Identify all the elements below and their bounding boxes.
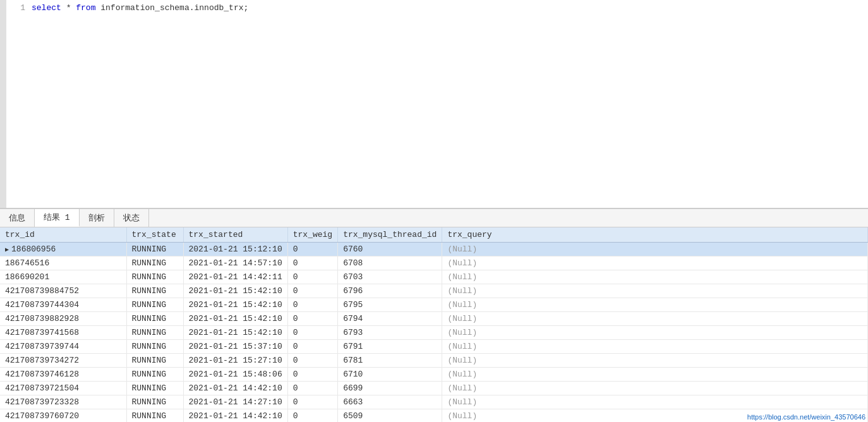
col-header-trx-weight: trx_weig — [287, 227, 337, 243]
editor-content: 1 select * from information_schema.innod… — [6, 3, 868, 13]
cell-thread-id: 6793 — [338, 326, 442, 340]
cell-trx-query: (Null) — [442, 354, 868, 368]
cell-thread-id: 6703 — [338, 270, 442, 284]
cell-trx-state: RUNNING — [126, 368, 183, 382]
table-row[interactable]: 421708739744304RUNNING2021-01-21 15:42:1… — [0, 298, 868, 312]
cell-trx-weight: 0 — [287, 354, 337, 368]
cell-trx-id: 421708739746128 — [0, 368, 126, 382]
cell-trx-query: (Null) — [442, 368, 868, 382]
cell-trx-id: 421708739760720 — [0, 409, 126, 423]
cell-trx-started: 2021-01-21 15:48:06 — [183, 368, 287, 382]
cell-thread-id: 6699 — [338, 382, 442, 395]
cell-trx-state: RUNNING — [126, 340, 183, 354]
cell-trx-query: (Null) — [442, 382, 868, 395]
cell-trx-started: 2021-01-21 15:42:10 — [183, 326, 287, 340]
keyword-from: from — [76, 3, 95, 13]
sql-editor[interactable]: 1 select * from information_schema.innod… — [0, 0, 868, 208]
tab-status[interactable]: 状态 — [114, 209, 149, 227]
cell-trx-state: RUNNING — [126, 395, 183, 409]
cell-thread-id: 6781 — [338, 354, 442, 368]
cell-trx-weight: 0 — [287, 368, 337, 382]
cell-trx-state: RUNNING — [126, 270, 183, 284]
cell-trx-weight: 0 — [287, 256, 337, 270]
table-row[interactable]: 421708739741568RUNNING2021-01-21 15:42:1… — [0, 326, 868, 340]
cell-trx-started: 2021-01-21 14:57:10 — [183, 256, 287, 270]
col-header-thread-id: trx_mysql_thread_id — [338, 227, 442, 243]
cell-trx-id: ▶186806956 — [0, 243, 126, 256]
cell-trx-id: 421708739739744 — [0, 340, 126, 354]
col-header-trx-id: trx_id — [0, 227, 126, 243]
cell-thread-id: 6708 — [338, 256, 442, 270]
table-row[interactable]: 421708739884752RUNNING2021-01-21 15:42:1… — [0, 284, 868, 298]
results-area: trx_id trx_state trx_started trx_weig tr… — [0, 227, 868, 422]
cell-trx-started: 2021-01-21 14:42:11 — [183, 270, 287, 284]
cell-trx-weight: 0 — [287, 298, 337, 312]
line-number-1: 1 — [6, 3, 32, 13]
cell-trx-state: RUNNING — [126, 298, 183, 312]
cell-trx-state: RUNNING — [126, 284, 183, 298]
cell-trx-query: (Null) — [442, 340, 868, 354]
cell-thread-id: 6509 — [338, 409, 442, 423]
sql-table-ref: information_schema.innodb_trx; — [100, 3, 248, 13]
cell-thread-id: 6663 — [338, 395, 442, 409]
cell-trx-query: (Null) — [442, 312, 868, 326]
cell-trx-started: 2021-01-21 14:42:10 — [183, 382, 287, 395]
table-header: trx_id trx_state trx_started trx_weig tr… — [0, 227, 868, 243]
cell-trx-weight: 0 — [287, 409, 337, 423]
cell-trx-id: 421708739723328 — [0, 395, 126, 409]
tab-results[interactable]: 结果 1 — [35, 209, 80, 227]
cell-trx-query: (Null) — [442, 256, 868, 270]
cell-thread-id: 6794 — [338, 312, 442, 326]
cell-trx-id: 421708739721504 — [0, 382, 126, 395]
watermark: https://blog.csdn.net/weixin_43570646 — [747, 413, 865, 421]
cell-trx-state: RUNNING — [126, 382, 183, 395]
cell-trx-started: 2021-01-21 15:12:10 — [183, 243, 287, 256]
cell-thread-id: 6796 — [338, 284, 442, 298]
cell-trx-query: (Null) — [442, 284, 868, 298]
cell-trx-state: RUNNING — [126, 256, 183, 270]
cell-trx-weight: 0 — [287, 326, 337, 340]
cell-trx-id: 421708739734272 — [0, 354, 126, 368]
cell-trx-id: 421708739882928 — [0, 312, 126, 326]
cell-trx-started: 2021-01-21 15:42:10 — [183, 312, 287, 326]
table-row[interactable]: 421708739746128RUNNING2021-01-21 15:48:0… — [0, 368, 868, 382]
cell-trx-id: 186690201 — [0, 270, 126, 284]
table-row[interactable]: 421708739882928RUNNING2021-01-21 15:42:1… — [0, 312, 868, 326]
table-row[interactable]: 421708739721504RUNNING2021-01-21 14:42:1… — [0, 382, 868, 395]
cell-thread-id: 6710 — [338, 368, 442, 382]
cell-trx-weight: 0 — [287, 243, 337, 256]
col-header-trx-started: trx_started — [183, 227, 287, 243]
cell-trx-query: (Null) — [442, 395, 868, 409]
table-row[interactable]: 421708739723328RUNNING2021-01-21 14:27:1… — [0, 395, 868, 409]
cell-trx-query: (Null) — [442, 326, 868, 340]
table-body: ▶186806956RUNNING2021-01-21 15:12:100676… — [0, 243, 868, 423]
table-row[interactable]: ▶186806956RUNNING2021-01-21 15:12:100676… — [0, 243, 868, 256]
table-row[interactable]: 186746516RUNNING2021-01-21 14:57:1006708… — [0, 256, 868, 270]
table-row[interactable]: 421708739739744RUNNING2021-01-21 15:37:1… — [0, 340, 868, 354]
cell-trx-id: 186746516 — [0, 256, 126, 270]
tabs-bar: 信息 结果 1 剖析 状态 — [0, 208, 868, 227]
editor-line-1: 1 select * from information_schema.innod… — [6, 3, 868, 13]
tab-profiling[interactable]: 剖析 — [80, 209, 114, 227]
cell-trx-started: 2021-01-21 14:27:10 — [183, 395, 287, 409]
cell-trx-query: (Null) — [442, 298, 868, 312]
table-row[interactable]: 421708739760720RUNNING2021-01-21 14:42:1… — [0, 409, 868, 423]
cell-trx-state: RUNNING — [126, 312, 183, 326]
cell-trx-query: (Null) — [442, 270, 868, 284]
col-header-trx-state: trx_state — [126, 227, 183, 243]
tab-info[interactable]: 信息 — [0, 209, 35, 227]
table-row[interactable]: 421708739734272RUNNING2021-01-21 15:27:1… — [0, 354, 868, 368]
cell-thread-id: 6795 — [338, 298, 442, 312]
cell-trx-weight: 0 — [287, 395, 337, 409]
cell-trx-started: 2021-01-21 15:42:10 — [183, 284, 287, 298]
cell-trx-started: 2021-01-21 15:37:10 — [183, 340, 287, 354]
col-header-trx-query: trx_query — [442, 227, 868, 243]
table-row[interactable]: 186690201RUNNING2021-01-21 14:42:1106703… — [0, 270, 868, 284]
cell-trx-weight: 0 — [287, 382, 337, 395]
cell-thread-id: 6791 — [338, 340, 442, 354]
cell-trx-weight: 0 — [287, 340, 337, 354]
cell-trx-query: (Null) — [442, 243, 868, 256]
results-table: trx_id trx_state trx_started trx_weig tr… — [0, 227, 868, 422]
cell-trx-state: RUNNING — [126, 409, 183, 423]
cell-trx-state: RUNNING — [126, 243, 183, 256]
